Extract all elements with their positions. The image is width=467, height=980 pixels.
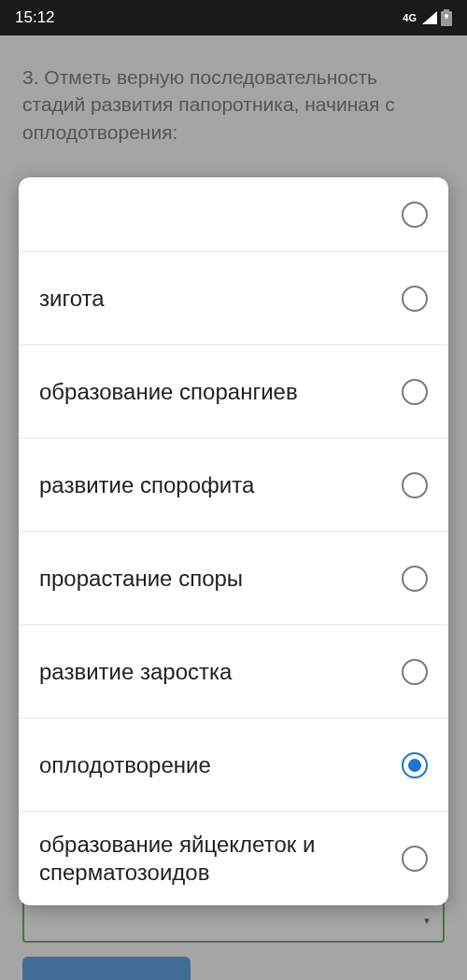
radio-icon[interactable]: [402, 752, 428, 778]
option-row[interactable]: образование спорангиев: [19, 345, 448, 439]
network-type-label: 4G: [403, 12, 417, 23]
status-time: 15:12: [15, 8, 55, 27]
radio-icon[interactable]: [402, 659, 428, 685]
option-label: развитие спорофита: [39, 471, 265, 499]
option-label: прорастание споры: [39, 565, 254, 593]
status-bar: 15:12 4G: [0, 0, 467, 35]
option-row[interactable]: образование яйцеклеток и сперматозоидов: [19, 812, 448, 905]
option-row[interactable]: оплодотворение: [19, 719, 448, 812]
option-row[interactable]: развитие спорофита: [19, 439, 448, 532]
option-row[interactable]: зигота: [19, 252, 448, 345]
option-label: оплодотворение: [39, 751, 222, 779]
radio-icon[interactable]: [402, 846, 428, 872]
options-dialog: зиготаобразование спорангиевразвитие спо…: [19, 177, 448, 905]
option-row[interactable]: [19, 177, 448, 252]
signal-icon: [422, 11, 437, 24]
radio-icon[interactable]: [402, 566, 428, 592]
option-row[interactable]: прорастание споры: [19, 532, 448, 625]
radio-icon[interactable]: [402, 286, 428, 312]
option-label: развитие заростка: [39, 658, 243, 686]
radio-icon[interactable]: [402, 379, 428, 405]
status-icons: 4G: [403, 9, 452, 26]
option-label: образование яйцеклеток и сперматозоидов: [39, 831, 402, 887]
radio-icon[interactable]: [402, 472, 428, 498]
option-label: зигота: [39, 285, 116, 313]
svg-rect-3: [446, 14, 447, 19]
battery-icon: [441, 9, 452, 26]
radio-icon[interactable]: [402, 202, 428, 228]
option-row[interactable]: развитие заростка: [19, 625, 448, 719]
option-label: образование спорангиев: [39, 378, 309, 406]
svg-rect-0: [444, 9, 449, 11]
